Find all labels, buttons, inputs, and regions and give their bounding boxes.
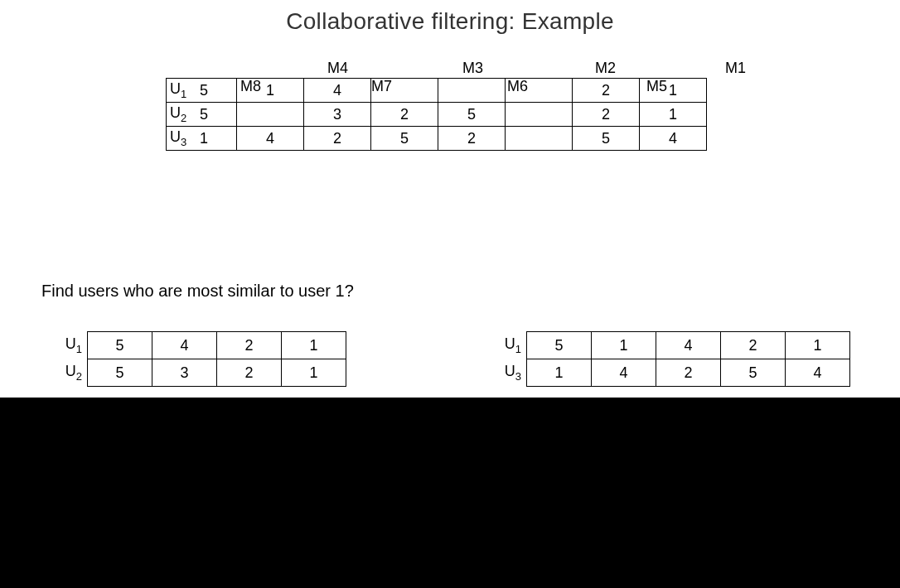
cell: 4 (304, 79, 371, 103)
page-title: Collaborative filtering: Example (0, 0, 900, 35)
cell: 2 (573, 79, 640, 103)
slide: Collaborative filtering: Example M4 M3 M… (0, 0, 900, 588)
cell: 1 (786, 332, 850, 359)
table-row: U1 5 1 4 2 1 (167, 79, 707, 103)
cell: 1 (200, 127, 237, 151)
black-occlusion-band (0, 398, 900, 588)
cell: 4 (237, 127, 304, 151)
cell: 4 (786, 359, 850, 387)
cell (371, 79, 438, 103)
cell (506, 103, 573, 127)
row-label: U3 (167, 127, 201, 151)
cell: 1 (527, 359, 592, 387)
table-row: U1 5 4 2 1 (50, 332, 346, 359)
row-label: U1 (167, 79, 201, 103)
cell: 5 (573, 127, 640, 151)
cell: 5 (371, 127, 438, 151)
cell: 3 (304, 103, 371, 127)
cell: 2 (304, 127, 371, 151)
cell: 1 (640, 103, 707, 127)
row-label: U1 (50, 332, 88, 359)
row-label: U1 (489, 332, 527, 359)
row-label: U2 (167, 103, 201, 127)
header-m2: M2 (595, 60, 616, 77)
table-row: U3 1 4 2 5 4 (489, 359, 850, 387)
cell: 2 (438, 127, 506, 151)
main-table-area: M4 M3 M2 M1 M8 M7 M6 M5 U1 5 1 4 2 1 (0, 60, 900, 200)
cell: 5 (721, 359, 786, 387)
cell: 5 (438, 103, 506, 127)
header-m3: M3 (462, 60, 483, 77)
table-row: U2 5 3 2 5 2 1 (167, 103, 707, 127)
cell: 2 (573, 103, 640, 127)
cell: 2 (371, 103, 438, 127)
cell: 2 (656, 359, 721, 387)
table-row: U1 5 1 4 2 1 (489, 332, 850, 359)
cell: 5 (200, 103, 237, 127)
row-label: U3 (489, 359, 527, 387)
cell: 4 (152, 332, 217, 359)
cell: 1 (282, 359, 346, 387)
table-row: U3 1 4 2 5 2 5 4 (167, 127, 707, 151)
cell (506, 79, 573, 103)
cell: 5 (88, 332, 152, 359)
left-comparison-table: U1 5 4 2 1 U2 5 3 2 1 (50, 331, 346, 387)
main-table: U1 5 1 4 2 1 U2 5 3 2 5 (166, 78, 707, 151)
cell: 4 (592, 359, 656, 387)
cell (506, 127, 573, 151)
cell: 2 (217, 359, 282, 387)
header-m4: M4 (327, 60, 348, 77)
cell: 5 (88, 359, 152, 387)
cell: 3 (152, 359, 217, 387)
cell: 5 (527, 332, 592, 359)
cell: 1 (592, 332, 656, 359)
header-m1: M1 (725, 60, 746, 77)
row-label: U2 (50, 359, 88, 387)
cell: 4 (640, 127, 707, 151)
cell (237, 103, 304, 127)
right-comparison-table: U1 5 1 4 2 1 U3 1 4 2 5 4 (489, 331, 850, 387)
cell: 2 (721, 332, 786, 359)
cell: 4 (656, 332, 721, 359)
question-text: Find users who are most similar to user … (41, 282, 354, 301)
cell: 1 (237, 79, 304, 103)
cell: 2 (217, 332, 282, 359)
cell: 1 (640, 79, 707, 103)
cell: 1 (282, 332, 346, 359)
cell: 5 (200, 79, 237, 103)
cell (438, 79, 506, 103)
table-row: U2 5 3 2 1 (50, 359, 346, 387)
